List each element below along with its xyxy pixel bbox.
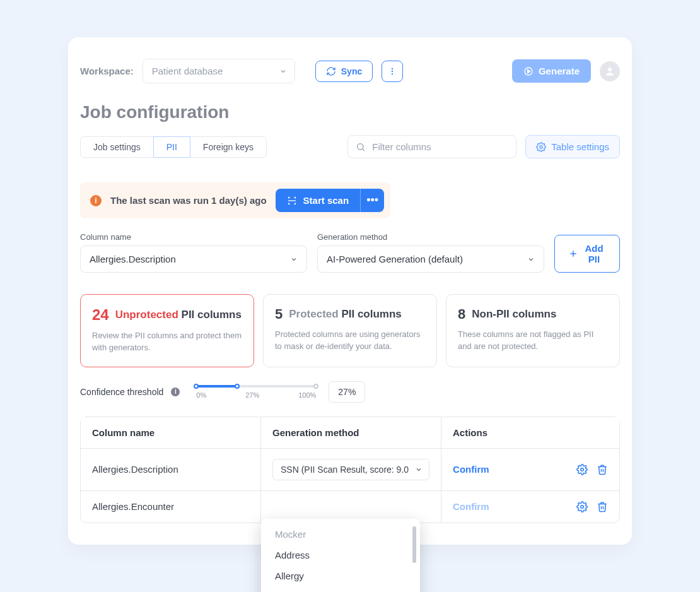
controls-row: Column name Allergies.Description Genera… xyxy=(80,232,620,273)
unprotected-desc: Review the PII columns and protect them … xyxy=(92,330,242,354)
table-header-row: Column name Generation method Actions xyxy=(81,417,619,448)
card-unprotected[interactable]: 24 Unprotected PII columns Review the PI… xyxy=(80,294,254,367)
scan-icon xyxy=(287,196,297,206)
chevron-down-icon xyxy=(415,466,423,473)
kebab-icon xyxy=(388,66,397,76)
column-name-value: Allergies.Description xyxy=(90,254,176,264)
card-nonpii[interactable]: 8 Non-PII columns These columns are not … xyxy=(446,294,620,367)
main-panel: Workspace: Patient database Sync Generat… xyxy=(68,37,632,545)
confirm-button[interactable]: Confirm xyxy=(453,501,489,512)
card-protected[interactable]: 5 Protected PII columns Protected column… xyxy=(263,294,437,367)
column-name-select[interactable]: Allergies.Description xyxy=(80,246,307,273)
threshold-row: Confidence threshold i 0% 27% 100% 27% xyxy=(80,381,620,403)
unprotected-count: 24 xyxy=(92,306,109,324)
scan-more-button[interactable]: ••• xyxy=(360,189,384,212)
svg-point-12 xyxy=(581,468,584,471)
dropdown-option[interactable]: Address xyxy=(261,545,420,565)
slider-handle-min[interactable] xyxy=(194,384,199,389)
trash-icon[interactable] xyxy=(597,464,608,475)
dropdown-option[interactable]: Allergy xyxy=(261,565,420,586)
cell-column-name: Allergies.Encounter xyxy=(81,491,260,523)
slider-tick-mid: 27% xyxy=(245,391,259,399)
scan-banner: i The last scan was run 1 day(s) ago Sta… xyxy=(80,182,390,218)
trash-icon[interactable] xyxy=(597,501,608,512)
stat-cards: 24 Unprotected PII columns Review the PI… xyxy=(80,294,620,367)
cell-column-name: Allergies.Description xyxy=(81,449,260,490)
pii-table: Column name Generation method Actions Al… xyxy=(80,417,620,523)
topbar: Workspace: Patient database Sync Generat… xyxy=(68,37,632,83)
tab-pii[interactable]: PII xyxy=(153,136,190,158)
table-settings-button[interactable]: Table settings xyxy=(525,135,620,158)
column-name-label: Column name xyxy=(80,232,307,242)
plus-icon xyxy=(569,249,578,258)
filter-columns-input[interactable]: Filter columns xyxy=(347,135,516,158)
more-menu-button[interactable] xyxy=(382,61,403,82)
sync-label: Sync xyxy=(341,66,362,76)
slider-handle-max xyxy=(313,384,318,389)
slider-handle[interactable] xyxy=(235,384,240,389)
svg-point-8 xyxy=(540,146,542,148)
page-title: Job configuration xyxy=(80,102,620,122)
th-generation-method: Generation method xyxy=(260,417,441,448)
slider-tick-max: 100% xyxy=(298,391,316,399)
generate-button[interactable]: Generate xyxy=(512,59,591,83)
svg-point-2 xyxy=(392,73,393,74)
sync-button[interactable]: Sync xyxy=(315,61,373,82)
start-scan-label: Start scan xyxy=(303,195,349,206)
protected-desc: Protected columns are using generators t… xyxy=(275,329,425,353)
ellipsis-icon: ••• xyxy=(366,194,378,206)
nonpii-label: Non-PII columns xyxy=(472,308,556,321)
gear-icon xyxy=(536,142,546,152)
threshold-slider[interactable] xyxy=(196,385,316,388)
avatar[interactable] xyxy=(600,61,620,81)
generation-method-select[interactable]: AI-Powered Generation (default) xyxy=(317,246,544,273)
table-row: Allergies.Description SSN (PII Scan Resu… xyxy=(81,448,619,490)
protected-label-post: PII columns xyxy=(339,308,402,320)
table-row: Allergies.Encounter Mocker Address Aller… xyxy=(81,490,619,523)
svg-point-1 xyxy=(392,70,393,71)
add-pii-label: Add PII xyxy=(583,243,605,264)
workspace-value: Patient database xyxy=(152,66,223,76)
svg-point-0 xyxy=(392,68,393,69)
svg-point-13 xyxy=(581,505,584,508)
settings-icon[interactable] xyxy=(576,501,588,512)
info-icon[interactable]: i xyxy=(171,388,180,396)
workspace-select[interactable]: Patient database xyxy=(143,59,295,83)
table-settings-label: Table settings xyxy=(551,141,609,152)
nonpii-desc: These columns are not flagged as PII and… xyxy=(458,329,608,353)
dropdown-section-header: Mocker xyxy=(261,524,420,545)
slider-tick-min: 0% xyxy=(196,391,206,399)
tab-job-settings[interactable]: Job settings xyxy=(80,136,154,158)
row-method-value: SSN (PII Scan Result, score: 9.0 xyxy=(281,465,409,475)
filter-placeholder: Filter columns xyxy=(372,141,431,152)
nonpii-count: 8 xyxy=(458,306,465,323)
dropdown-option[interactable]: AM or PM xyxy=(261,586,420,592)
user-icon xyxy=(604,66,615,77)
th-column-name: Column name xyxy=(81,417,260,448)
search-icon xyxy=(356,142,366,152)
add-pii-button[interactable]: Add PII xyxy=(554,235,620,273)
th-actions: Actions xyxy=(441,417,619,448)
protected-label-pre: Protected xyxy=(289,308,338,320)
generation-method-value: AI-Powered Generation (default) xyxy=(327,254,463,264)
banner-text: The last scan was run 1 day(s) ago xyxy=(110,195,267,206)
workspace-label: Workspace: xyxy=(80,66,134,76)
play-circle-icon xyxy=(523,66,534,76)
tab-foreign-keys[interactable]: Foreign keys xyxy=(190,136,267,158)
svg-point-6 xyxy=(358,143,363,149)
info-icon: i xyxy=(90,195,102,206)
threshold-value[interactable]: 27% xyxy=(329,381,365,403)
svg-marker-4 xyxy=(528,69,530,73)
chevron-down-icon xyxy=(279,68,287,75)
row-method-select[interactable]: SSN (PII Scan Result, score: 9.0 xyxy=(272,459,429,480)
tab-group: Job settings PII Foreign keys xyxy=(80,136,267,158)
svg-point-5 xyxy=(608,68,612,71)
chevron-down-icon xyxy=(527,256,535,263)
method-dropdown: Mocker Address Allergy AM or PM xyxy=(261,519,420,592)
start-scan-button[interactable]: Start scan xyxy=(276,189,361,212)
unprotected-label-post: PII columns xyxy=(178,309,242,321)
settings-icon[interactable] xyxy=(576,464,588,475)
confirm-button[interactable]: Confirm xyxy=(453,464,489,475)
protected-count: 5 xyxy=(275,306,283,323)
scrollbar-thumb[interactable] xyxy=(412,526,416,563)
